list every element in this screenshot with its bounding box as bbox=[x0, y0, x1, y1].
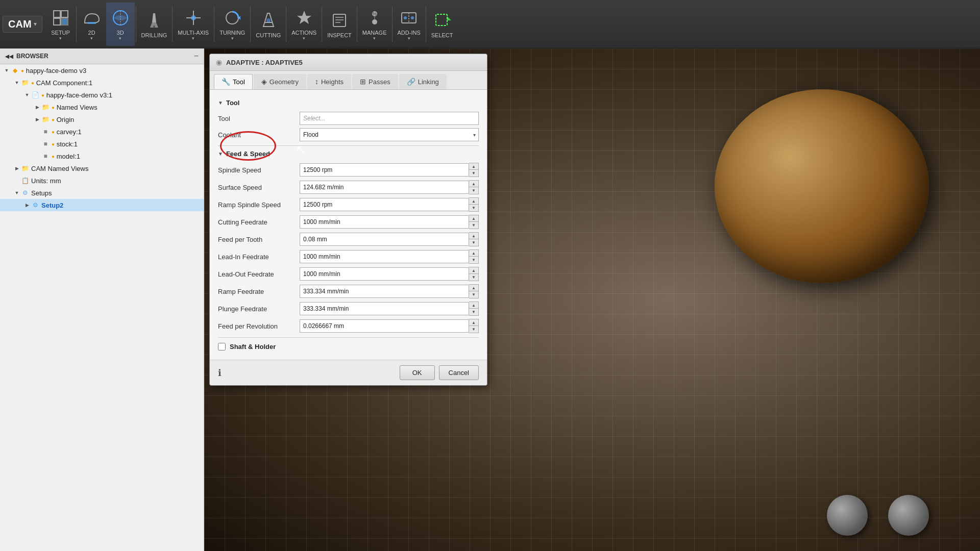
surface-speed-input[interactable] bbox=[300, 181, 469, 194]
ramp-spindle-speed-input[interactable] bbox=[300, 198, 469, 211]
spindle-speed-up[interactable]: ▲ bbox=[469, 163, 478, 170]
spindle-speed-down[interactable]: ▼ bbox=[469, 170, 478, 177]
tree-item-setup2[interactable]: ▶ ⚙ Setup2 bbox=[0, 199, 204, 211]
tree-item-model[interactable]: ▶ ■ ● model:1 bbox=[0, 150, 204, 162]
ramp-feedrate-input[interactable] bbox=[300, 285, 469, 298]
feed-per-revolution-down[interactable]: ▼ bbox=[469, 326, 478, 333]
collapse-icon[interactable]: ◀◀ bbox=[5, 54, 13, 59]
feed-speed-section-header[interactable]: ▼ Feed & Speed bbox=[218, 150, 479, 158]
coolant-select[interactable]: Flood Mist Through Tool Off bbox=[300, 128, 479, 141]
tree-item-setups[interactable]: ▼ ⚙ Setups bbox=[0, 187, 204, 199]
tree-item-stock[interactable]: ▶ ■ ● stock:1 bbox=[0, 138, 204, 150]
plunge-feedrate-down[interactable]: ▼ bbox=[469, 309, 478, 315]
tree-label: stock:1 bbox=[57, 140, 78, 148]
turning-button[interactable]: TURNING ▾ bbox=[215, 3, 249, 46]
ramp-feedrate-control: ▲ ▼ bbox=[300, 284, 479, 298]
cutting-feedrate-up[interactable]: ▲ bbox=[469, 215, 478, 222]
info-icon[interactable]: ℹ bbox=[218, 367, 222, 379]
surface-speed-up[interactable]: ▲ bbox=[469, 181, 478, 187]
feed-per-tooth-down[interactable]: ▼ bbox=[469, 239, 478, 246]
sep9 bbox=[392, 6, 393, 42]
dialog-title-icon: ◉ bbox=[216, 58, 222, 66]
doc-icon: 📄 bbox=[31, 90, 40, 99]
actions-button[interactable]: ACTIONS ▾ bbox=[287, 3, 321, 46]
addins-icon bbox=[399, 8, 419, 28]
tree-item-root[interactable]: ▼ ◆ ● happy-face-demo v3 bbox=[0, 64, 204, 77]
box-icon2: ■ bbox=[41, 139, 50, 148]
cutting-button[interactable]: CUTTING bbox=[252, 3, 285, 46]
manage-button[interactable]: % MANAGE ▾ bbox=[358, 3, 391, 46]
cutting-feedrate-down[interactable]: ▼ bbox=[469, 222, 478, 229]
lead-in-feedrate-input[interactable] bbox=[300, 250, 469, 263]
twoD-button[interactable]: 2D ▾ bbox=[78, 3, 106, 46]
plunge-feedrate-control: ▲ ▼ bbox=[300, 302, 479, 316]
feed-per-tooth-label: Feed per Tooth bbox=[218, 236, 300, 243]
lead-out-down[interactable]: ▼ bbox=[469, 274, 478, 281]
spindle-speed-input[interactable] bbox=[300, 163, 469, 177]
ramp-spindle-up[interactable]: ▲ bbox=[469, 198, 478, 205]
tool-section-header[interactable]: ▼ Tool bbox=[218, 99, 479, 107]
addins-button[interactable]: ADD-INS ▾ bbox=[394, 3, 425, 46]
lead-in-feedrate-control: ▲ ▼ bbox=[300, 249, 479, 264]
ramp-feedrate-up[interactable]: ▲ bbox=[469, 285, 478, 291]
ramp-spindle-speed-label: Ramp Spindle Speed bbox=[218, 201, 300, 209]
drilling-button[interactable]: DRILLING bbox=[137, 3, 172, 46]
feed-per-tooth-input[interactable] bbox=[300, 233, 469, 246]
tab-linking[interactable]: 🔗 Linking bbox=[399, 74, 447, 89]
coolant-field-label: Coolant bbox=[218, 131, 300, 139]
tab-geometry[interactable]: ◈ Geometry bbox=[254, 74, 306, 89]
shaft-holder-checkbox[interactable] bbox=[218, 343, 226, 350]
tree-item-cam-component[interactable]: ▼ 📁 ● CAM Component:1 bbox=[0, 77, 204, 89]
ramp-feedrate-down[interactable]: ▼ bbox=[469, 291, 478, 298]
browser-header: ◀◀ BROWSER − bbox=[0, 48, 204, 64]
lead-in-up[interactable]: ▲ bbox=[469, 250, 478, 257]
lead-in-feedrate-row: Lead-In Feedrate ▲ ▼ bbox=[218, 249, 479, 264]
ok-button[interactable]: OK bbox=[400, 365, 435, 380]
cutting-feedrate-input[interactable] bbox=[300, 215, 469, 229]
plunge-feedrate-spinner: ▲ ▼ bbox=[469, 302, 479, 316]
tree-item-units[interactable]: ▶ 📋 Units: mm bbox=[0, 174, 204, 187]
threeD-button[interactable]: 3D ▾ bbox=[106, 3, 135, 46]
feed-per-revolution-up[interactable]: ▲ bbox=[469, 319, 478, 326]
tree-item-hfd[interactable]: ▼ 📄 ● happy-face-demo v3:1 bbox=[0, 89, 204, 101]
heights-tab-label: Heights bbox=[321, 78, 344, 86]
coolant-row: Coolant Flood Mist Through Tool Off ▾ bbox=[218, 128, 479, 141]
feed-per-revolution-row: Feed per Revolution ▲ ▼ bbox=[218, 319, 479, 333]
tree-item-named-views[interactable]: ▶ 📁 ● Named Views bbox=[0, 101, 204, 113]
tree-arrow: ▶ bbox=[34, 104, 41, 111]
setup-button[interactable]: SETUP ▾ bbox=[46, 3, 75, 46]
multiaxis-button[interactable]: MULTI-AXIS ▾ bbox=[174, 3, 213, 46]
select-button[interactable]: SELECT bbox=[427, 3, 457, 46]
browser-minus-icon[interactable]: − bbox=[194, 52, 199, 61]
svg-point-29 bbox=[411, 16, 414, 19]
ramp-spindle-down[interactable]: ▼ bbox=[469, 205, 478, 211]
twoD-label: 2D bbox=[88, 30, 95, 36]
lead-in-down[interactable]: ▼ bbox=[469, 257, 478, 263]
cutting-icon bbox=[258, 10, 279, 31]
addins-label: ADD-INS bbox=[398, 30, 421, 36]
inspect-button[interactable]: INSPECT bbox=[323, 3, 356, 46]
feed-speed-label: Feed & Speed bbox=[226, 150, 270, 158]
tab-tool[interactable]: 🔧 Tool bbox=[214, 74, 253, 89]
footer-buttons: OK Cancel bbox=[400, 365, 479, 380]
tab-passes[interactable]: ⊞ Passes bbox=[352, 74, 398, 89]
lead-out-up[interactable]: ▲ bbox=[469, 267, 478, 274]
tab-heights[interactable]: ↕ Heights bbox=[307, 74, 351, 89]
cam-menu-button[interactable]: CAM ▾ bbox=[3, 16, 42, 33]
tree-item-carvey[interactable]: ▶ ■ ● carvey:1 bbox=[0, 126, 204, 138]
tree-item-origin[interactable]: ▶ 📁 ● Origin bbox=[0, 113, 204, 126]
tool-input[interactable] bbox=[300, 112, 479, 125]
cancel-button[interactable]: Cancel bbox=[439, 365, 479, 380]
feed-per-tooth-up[interactable]: ▲ bbox=[469, 233, 478, 239]
feed-per-revolution-input[interactable] bbox=[300, 319, 469, 333]
lead-out-feedrate-input[interactable] bbox=[300, 267, 469, 281]
tool-tab-label: Tool bbox=[233, 78, 245, 86]
turning-label: TURNING bbox=[219, 30, 245, 36]
plunge-feedrate-input[interactable] bbox=[300, 302, 469, 315]
inspect-label: INSPECT bbox=[327, 32, 352, 38]
tree-item-cam-named-views[interactable]: ▶ 📁 CAM Named Views bbox=[0, 162, 204, 174]
surface-speed-down[interactable]: ▼ bbox=[469, 187, 478, 194]
dialog-titlebar: ◉ ADAPTIVE : ADAPTIVE5 bbox=[210, 54, 487, 71]
tree-arrow: ▼ bbox=[3, 67, 10, 74]
plunge-feedrate-up[interactable]: ▲ bbox=[469, 302, 478, 309]
